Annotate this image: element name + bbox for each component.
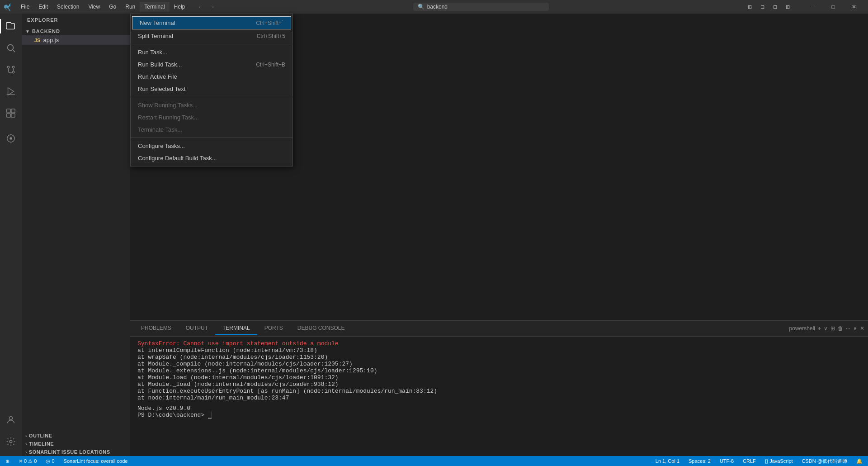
tab-terminal[interactable]: TERMINAL (215, 322, 257, 335)
nav-forward-button[interactable]: → (207, 1, 217, 12)
activity-bar (0, 14, 22, 456)
tab-ports[interactable]: PORTS (257, 322, 290, 335)
status-encoding[interactable]: UTF-8 (718, 456, 736, 466)
status-line-col-text: Ln 1, Col 1 (656, 458, 679, 464)
search-input[interactable] (427, 4, 544, 10)
terminal-cursor: █ (208, 412, 212, 418)
status-csdn[interactable]: CSDN @低代码道师 (800, 456, 849, 466)
status-errors-text: ✕ 0 ⚠ 0 (19, 458, 37, 464)
files-icon (6, 21, 16, 31)
sidebar-file-app-js[interactable]: JS app.js (22, 35, 130, 45)
terminal-error-line: SyntaxError: Cannot use import statement… (137, 340, 861, 347)
menu-edit[interactable]: Edit (34, 2, 52, 12)
menu-go[interactable]: Go (104, 2, 121, 12)
account-icon (6, 415, 16, 425)
menu-selection[interactable]: Selection (52, 2, 84, 12)
status-focus[interactable]: SonarLint focus: overall code (62, 456, 130, 466)
terminal-shell-label: powershell (789, 325, 815, 332)
terminal-trash-button[interactable]: 🗑 (838, 325, 843, 332)
menu-terminal[interactable]: Terminal (140, 2, 169, 12)
window-controls: ─ □ ✕ (802, 0, 864, 14)
menu-item-run-task[interactable]: Run Task... (131, 46, 292, 58)
status-line-col[interactable]: Ln 1, Col 1 (654, 456, 681, 466)
layout-sidebar-icon[interactable]: ⊞ (744, 1, 755, 12)
menu-item-split-terminal-label: Split Terminal (138, 33, 173, 39)
menu-view[interactable]: View (84, 2, 104, 12)
stack-trace-line: at Module._compile (node:internal/module… (137, 361, 861, 367)
svg-marker-5 (8, 88, 14, 95)
layout-panel-icon[interactable]: ⊟ (757, 1, 768, 12)
terminal-chevron-button[interactable]: ∨ (824, 325, 828, 332)
maximize-button[interactable]: □ (823, 0, 844, 14)
close-button[interactable]: ✕ (844, 0, 864, 14)
activity-item-run[interactable] (0, 81, 22, 102)
menu-file[interactable]: File (16, 2, 34, 12)
menu-item-run-build-task-shortcut: Ctrl+Shift+B (256, 62, 285, 68)
menu-separator-1 (131, 44, 292, 44)
menu-item-configure-default-build[interactable]: Configure Default Build Task... (131, 152, 292, 164)
menu-item-configure-tasks[interactable]: Configure Tasks... (131, 140, 292, 152)
nav-back-button[interactable]: ← (195, 1, 206, 12)
layout-editor-icon[interactable]: ⊟ (769, 1, 780, 12)
vscode-logo-icon (4, 2, 13, 11)
activity-item-remote[interactable] (0, 128, 22, 149)
status-eol[interactable]: CRLF (741, 456, 758, 466)
terminal-chevron-up-button[interactable]: ∧ (853, 325, 857, 332)
menu-separator-2 (131, 97, 292, 97)
terminal-close-button[interactable]: ✕ (860, 325, 864, 332)
outline-label: OUTLINE (29, 433, 52, 438)
sidebar-timeline[interactable]: › TIMELINE (22, 440, 130, 448)
sidebar-section-backend-header[interactable]: ▼ BACKEND (22, 27, 130, 35)
activity-item-search[interactable] (0, 37, 22, 59)
activity-item-scm[interactable] (0, 59, 22, 81)
activity-item-extensions[interactable] (0, 102, 22, 124)
status-csdn-text: CSDN @低代码道师 (802, 458, 847, 465)
title-search-bar[interactable]: 🔍 (413, 3, 549, 11)
status-bar-right: Ln 1, Col 1 Spaces: 2 UTF-8 CRLF {} Java… (654, 456, 864, 466)
status-remote[interactable]: ⊕ (4, 456, 11, 466)
status-errors[interactable]: ✕ 0 ⚠ 0 (17, 456, 38, 466)
menu-help[interactable]: Help (170, 2, 190, 12)
terminal-split-button[interactable]: ⊞ (830, 325, 835, 332)
stack-trace-line: at Function.executeUserEntryPoint [as ru… (137, 388, 861, 395)
status-filetype[interactable]: {} JavaScript (763, 456, 795, 466)
chevron-down-icon: ▼ (25, 29, 30, 34)
status-notification[interactable]: 🔔 (854, 456, 864, 466)
menu-item-configure-tasks-label: Configure Tasks... (138, 143, 185, 149)
menu-item-new-terminal[interactable]: New Terminal Ctrl+Shift+` (132, 17, 291, 29)
terminal-more-button[interactable]: ··· (846, 325, 850, 332)
minimize-button[interactable]: ─ (802, 0, 823, 14)
terminal-add-button[interactable]: + (818, 325, 821, 332)
menu-run[interactable]: Run (121, 2, 140, 12)
menu-item-split-terminal-shortcut: Ctrl+Shift+5 (257, 33, 285, 39)
activity-item-settings[interactable] (0, 431, 22, 452)
status-sonarlint-text: ◎ 0 (46, 458, 54, 464)
menu-item-split-terminal[interactable]: Split Terminal Ctrl+Shift+5 (131, 30, 292, 42)
menu-item-configure-default-build-label: Configure Default Build Task... (138, 155, 217, 162)
terminal-prompt-line: PS D:\code\backend> █ (137, 412, 861, 418)
menu-item-restart-running-task: Restart Running Task... (131, 111, 292, 124)
status-sonarlint-indicator[interactable]: ◎ 0 (44, 456, 56, 466)
layout-custom-icon[interactable]: ⊞ (782, 1, 793, 12)
status-encoding-text: UTF-8 (720, 458, 734, 464)
tab-problems[interactable]: PROBLEMS (134, 322, 179, 335)
svg-line-1 (13, 50, 15, 52)
new-terminal-highlight-box: New Terminal Ctrl+Shift+` (132, 16, 291, 29)
menu-item-new-terminal-shortcut: Ctrl+Shift+` (256, 20, 283, 26)
menu-item-terminate-task-label: Terminate Task... (138, 126, 182, 133)
sidebar-sonarlint[interactable]: › SONARLINT ISSUE LOCATIONS (22, 448, 130, 456)
sidebar-outline[interactable]: › OUTLINE (22, 432, 130, 440)
sidebar-title: EXPLORER (22, 14, 130, 26)
svg-rect-7 (7, 109, 10, 113)
tab-output[interactable]: OUTPUT (179, 322, 215, 335)
activity-item-accounts[interactable] (0, 409, 22, 431)
chevron-right-icon-3: › (25, 450, 27, 455)
menu-item-run-active-file[interactable]: Run Active File (131, 71, 292, 83)
menu-item-run-build-task[interactable]: Run Build Task... Ctrl+Shift+B (131, 58, 292, 71)
tab-debug-console[interactable]: DEBUG CONSOLE (290, 322, 352, 335)
menu-separator-3 (131, 138, 292, 138)
activity-item-explorer[interactable] (0, 15, 22, 37)
stack-trace-line: at node:internal/main/run_main_module:23… (137, 395, 861, 401)
status-spaces[interactable]: Spaces: 2 (687, 456, 712, 466)
menu-item-run-selected-text[interactable]: Run Selected Text (131, 83, 292, 95)
